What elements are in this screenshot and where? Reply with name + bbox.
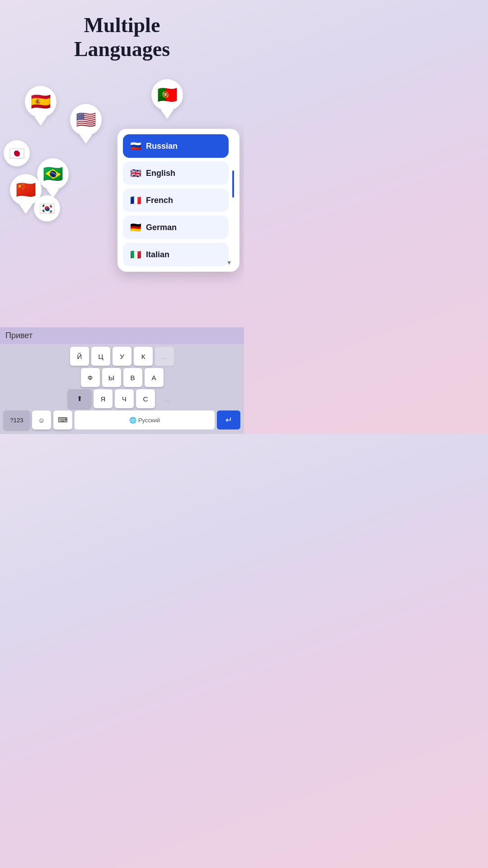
flag-brazil: 🇧🇷	[37, 158, 69, 198]
key-в[interactable]: В	[123, 368, 142, 387]
key-enter[interactable]: ↵	[217, 410, 240, 429]
key-с[interactable]: С	[136, 389, 155, 408]
key-row-2: Ф Ы В А	[2, 368, 242, 387]
language-list: 🇷🇺 Russian 🇬🇧 English 🇫🇷 French 🇩🇪 Germa…	[123, 134, 229, 266]
key-я[interactable]: Я	[94, 389, 113, 408]
italian-label: Italian	[146, 250, 169, 259]
lang-item-italian[interactable]: 🇮🇹 Italian	[123, 243, 229, 266]
keyboard-keys: Й Ц У К … Ф Ы В А ⬆ Я Ч С … ?123 ☺ ⌨ 🌐	[0, 344, 244, 434]
flag-spain: 🇪🇸	[25, 86, 56, 126]
flag-korea: 🇰🇷	[34, 195, 60, 222]
key-row-1: Й Ц У К …	[2, 347, 242, 366]
key-ellipsis: …	[157, 389, 176, 408]
keyboard-input-bar: Привет	[0, 327, 244, 344]
language-panel: 🇷🇺 Russian 🇬🇧 English 🇫🇷 French 🇩🇪 Germa…	[117, 129, 239, 272]
key-ы[interactable]: Ы	[102, 368, 121, 387]
scroll-bar	[232, 170, 234, 198]
english-flag: 🇬🇧	[130, 168, 141, 179]
key-keyboard-switch[interactable]: ⌨	[53, 410, 72, 429]
key-numbers[interactable]: ?123	[4, 410, 30, 429]
key-row-3: ⬆ Я Ч С …	[2, 389, 242, 408]
lang-item-german[interactable]: 🇩🇪 German	[123, 216, 229, 239]
key-а[interactable]: А	[145, 368, 164, 387]
lang-item-english[interactable]: 🇬🇧 English	[123, 161, 229, 185]
key-у[interactable]: У	[113, 347, 131, 366]
french-label: French	[146, 196, 173, 205]
flag-portugal: 🇵🇹	[151, 79, 183, 119]
key-emoji[interactable]: ☺	[32, 410, 51, 429]
key-ч[interactable]: Ч	[115, 389, 134, 408]
flag-usa: 🇺🇸	[70, 104, 102, 144]
key-е[interactable]: …	[155, 347, 174, 366]
key-shift[interactable]: ⬆	[68, 389, 91, 408]
input-text: Привет	[5, 331, 33, 340]
scroll-indicator	[232, 134, 234, 266]
russian-label: Russian	[146, 142, 178, 151]
page-title: Multiple Languages	[0, 14, 244, 61]
key-space[interactable]: 🌐 Русский	[75, 410, 215, 429]
space-label: Русский	[138, 417, 160, 424]
key-row-bottom: ?123 ☺ ⌨ 🌐 Русский ↵	[2, 410, 242, 429]
german-flag: 🇩🇪	[130, 222, 141, 233]
flag-japan: 🇯🇵	[4, 140, 30, 166]
english-label: English	[146, 169, 175, 178]
key-к[interactable]: К	[134, 347, 153, 366]
key-ф[interactable]: Ф	[81, 368, 100, 387]
russian-flag: 🇷🇺	[130, 141, 141, 151]
keyboard-section: Привет Й Ц У К … Ф Ы В А ⬆ Я Ч С … ?123	[0, 327, 244, 434]
key-ц[interactable]: Ц	[91, 347, 110, 366]
lang-item-russian[interactable]: 🇷🇺 Russian	[123, 134, 229, 158]
german-label: German	[146, 223, 177, 232]
key-й[interactable]: Й	[70, 347, 89, 366]
french-flag: 🇫🇷	[130, 195, 141, 206]
title-section: Multiple Languages	[0, 0, 244, 61]
italian-flag: 🇮🇹	[130, 249, 141, 260]
scroll-down-arrow[interactable]: ▼	[226, 259, 232, 266]
lang-item-french[interactable]: 🇫🇷 French	[123, 189, 229, 212]
